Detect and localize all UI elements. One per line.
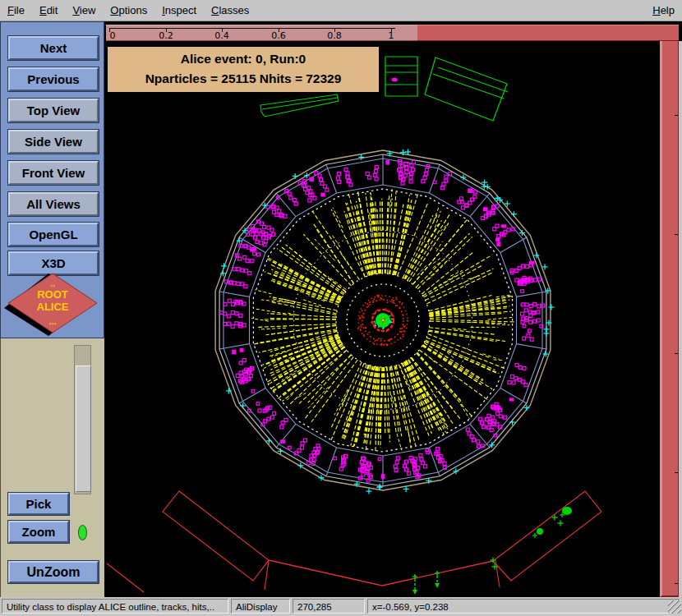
statusbar: Utility class to display ALICE outline, …	[0, 597, 682, 616]
front-view-button[interactable]: Front View	[8, 161, 99, 185]
menu-edit[interactable]: Edit	[32, 2, 65, 18]
opengl-button[interactable]: OpenGL	[8, 223, 99, 246]
all-views-button[interactable]: All Views	[8, 192, 99, 216]
top-view-button[interactable]: Top View	[8, 99, 99, 122]
next-button[interactable]: Next	[8, 36, 99, 60]
sidebar: Next Previous Top View Side View Front V…	[0, 21, 104, 597]
event-info-box: Alice event: 0, Run:0 Nparticles = 25115…	[108, 47, 379, 92]
logo-dots-bottom: ...	[48, 316, 56, 326]
ruler-label: 0.2	[159, 30, 173, 41]
side-view-button[interactable]: Side View	[8, 130, 99, 154]
status-pixel-coords: 270,285	[293, 599, 365, 614]
zoom-button[interactable]: Zoom	[8, 521, 69, 543]
menu-classes[interactable]: Classes	[204, 2, 256, 18]
ruler-label: 0	[110, 30, 116, 41]
menu-options[interactable]: Options	[103, 2, 154, 18]
status-class-name: AliDisplay	[231, 599, 290, 614]
menu-view[interactable]: View	[65, 2, 103, 18]
ruler-label: 0.4	[214, 30, 229, 41]
menubar: File Edit View Options Inspect Classes H…	[0, 0, 682, 21]
event-display-canvas[interactable]	[104, 21, 682, 597]
sidebar-nav-panel: Next Previous Top View Side View Front V…	[0, 21, 104, 338]
menu-file[interactable]: File	[0, 2, 32, 18]
event-info-line2: Nparticles = 25115 Nhits = 72329	[108, 71, 379, 86]
logo-dots-top: ..	[50, 278, 55, 288]
logo-alice-text: ALICE	[37, 301, 69, 313]
ruler-axis-line	[109, 28, 395, 29]
slider-tick	[675, 583, 678, 584]
pick-button[interactable]: Pick	[8, 493, 69, 515]
sidebar-tool-panel: Pick Zoom UnZoom	[0, 338, 104, 597]
menu-inspect[interactable]: Inspect	[154, 2, 204, 18]
ruler-label: 1	[389, 30, 394, 41]
event-info-line1: Alice event: 0, Run:0	[108, 52, 379, 67]
zoom-mode-led	[78, 525, 87, 540]
horizontal-slider[interactable]	[417, 25, 679, 41]
root-alice-logo: .. ROOT ALICE ...	[2, 269, 104, 338]
logo-root-text: ROOT	[37, 288, 68, 301]
status-world-coords: x=-0.569, y=0.238	[367, 599, 680, 614]
slider-tick	[675, 472, 678, 473]
status-description: Utility class to display ALICE outline, …	[2, 599, 228, 614]
vertical-slider[interactable]	[660, 41, 679, 597]
horizontal-ruler[interactable]: 0 0.2 0.4 0.6 0.8 1	[106, 25, 417, 41]
slider-tick	[675, 115, 678, 116]
window-right-edge	[679, 41, 682, 597]
event-display-area: 0 0.2 0.4 0.6 0.8 1 Alice event: 0, Run:…	[104, 21, 682, 597]
slider-tick	[675, 234, 678, 235]
resize-grip[interactable]	[668, 600, 681, 614]
slider-tick	[675, 353, 678, 354]
previous-button[interactable]: Previous	[8, 67, 99, 91]
menu-help[interactable]: Help	[645, 2, 682, 18]
ruler-label: 0.8	[327, 30, 342, 41]
sidebar-scrollbar-thumb[interactable]	[76, 365, 91, 492]
unzoom-button[interactable]: UnZoom	[8, 561, 99, 583]
ruler-label: 0.6	[271, 30, 286, 41]
sidebar-scrollbar[interactable]	[74, 345, 91, 494]
